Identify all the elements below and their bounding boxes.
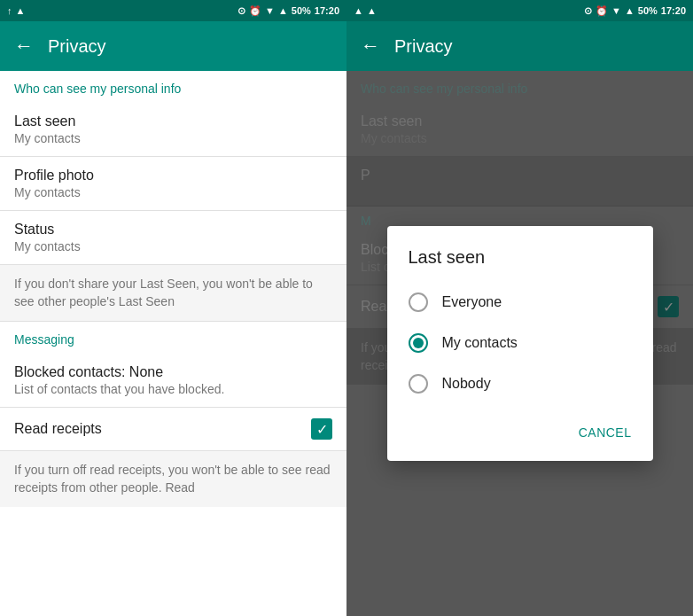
option-label-nobody: Nobody: [442, 376, 491, 392]
battery-text-r: 50%: [638, 5, 658, 16]
page-title-left: Privacy: [48, 36, 106, 57]
page-title-right: Privacy: [394, 36, 453, 57]
right-content-background: Who can see my personal info Last seen M…: [346, 71, 693, 616]
read-receipts-info-left: If you turn off read receipts, you won't…: [0, 451, 346, 507]
status-bar-icons-left: ↑ ▲: [7, 5, 25, 16]
profile-photo-title: Profile photo: [14, 168, 332, 183]
status-bar-icons-right-r: ⊙ ⏰ ▼ ▲ 50% 17:20: [584, 5, 686, 17]
blocked-contacts-item-left[interactable]: Blocked contacts: None List of contacts …: [0, 354, 346, 408]
time-left: 17:20: [315, 5, 339, 16]
blocked-contacts-subtitle-left: List of contacts that you have blocked.: [14, 382, 332, 396]
status-bar-right: ▲ ▲ ⊙ ⏰ ▼ ▲ 50% 17:20: [346, 0, 693, 21]
last-seen-dialog: Last seen Everyone My contacts Nobody CA…: [387, 226, 653, 461]
messaging-section-label: Messaging: [0, 322, 346, 354]
last-seen-item-left[interactable]: Last seen My contacts: [0, 103, 346, 157]
sim-icon-r: ⊙: [584, 5, 592, 17]
alarm-icon-r: ⏰: [596, 5, 608, 17]
right-panel: ▲ ▲ ⊙ ⏰ ▼ ▲ 50% 17:20 ← Privacy Who can …: [346, 0, 693, 616]
left-panel: ↑ ▲ ⊙ ⏰ ▼ ▲ 50% 17:20 ← Privacy Who can …: [0, 0, 346, 616]
option-label-everyone: Everyone: [442, 294, 502, 310]
top-bar-left: ← Privacy: [0, 21, 346, 71]
read-receipts-row-left[interactable]: Read receipts ✓: [0, 408, 346, 451]
dialog-option-my-contacts[interactable]: My contacts: [387, 323, 653, 363]
status-subtitle: My contacts: [14, 239, 332, 253]
radio-nobody[interactable]: [409, 374, 428, 394]
status-bar-icons-right: ⊙ ⏰ ▼ ▲ 50% 17:20: [237, 5, 339, 17]
radio-my-contacts[interactable]: [409, 333, 428, 353]
battery-text: 50%: [292, 5, 311, 16]
wifi-icon: ▼: [265, 5, 275, 16]
top-bar-right: ← Privacy: [346, 21, 693, 71]
radio-everyone[interactable]: [409, 292, 428, 312]
status-title: Status: [14, 222, 332, 238]
status-item[interactable]: Status My contacts: [0, 211, 346, 265]
back-button-right[interactable]: ←: [361, 35, 380, 58]
last-seen-subtitle-left: My contacts: [14, 131, 332, 145]
dialog-title: Last seen: [387, 247, 653, 282]
status-bar-icons-left-r: ▲ ▲: [354, 5, 377, 16]
profile-photo-subtitle: My contacts: [14, 185, 332, 199]
image-icon-r: ▲: [367, 5, 377, 16]
read-receipts-label-left: Read receipts: [14, 421, 102, 437]
status-bar-left: ↑ ▲ ⊙ ⏰ ▼ ▲ 50% 17:20: [0, 0, 346, 21]
wifi-icon-r: ▼: [611, 5, 621, 16]
signal-icon-r: ▲: [625, 5, 635, 16]
dialog-option-everyone[interactable]: Everyone: [387, 282, 653, 323]
upload-icon-r: ▲: [354, 5, 363, 16]
blocked-contacts-title-left: Blocked contacts: None: [14, 364, 332, 380]
option-label-my-contacts: My contacts: [442, 335, 518, 351]
signal-icon: ▲: [278, 5, 288, 16]
read-receipts-checkbox-left[interactable]: ✓: [311, 418, 332, 440]
last-seen-title-left: Last seen: [14, 113, 332, 129]
dialog-actions: CANCEL: [387, 411, 653, 454]
left-content: Who can see my personal info Last seen M…: [0, 71, 346, 616]
last-seen-info-box: If you don't share your Last Seen, you w…: [0, 265, 346, 322]
image-icon: ▲: [16, 5, 26, 16]
time-right: 17:20: [661, 5, 686, 16]
back-button-left[interactable]: ←: [14, 35, 34, 58]
section-personal-info-left: Who can see my personal info: [0, 71, 346, 103]
dialog-overlay: Last seen Everyone My contacts Nobody CA…: [346, 71, 693, 616]
sim-icon: ⊙: [237, 5, 245, 17]
cancel-button[interactable]: CANCEL: [572, 418, 639, 447]
upload-icon: ↑: [7, 5, 12, 16]
alarm-icon: ⏰: [249, 5, 261, 17]
profile-photo-item[interactable]: Profile photo My contacts: [0, 157, 346, 211]
dialog-option-nobody[interactable]: Nobody: [387, 363, 653, 404]
